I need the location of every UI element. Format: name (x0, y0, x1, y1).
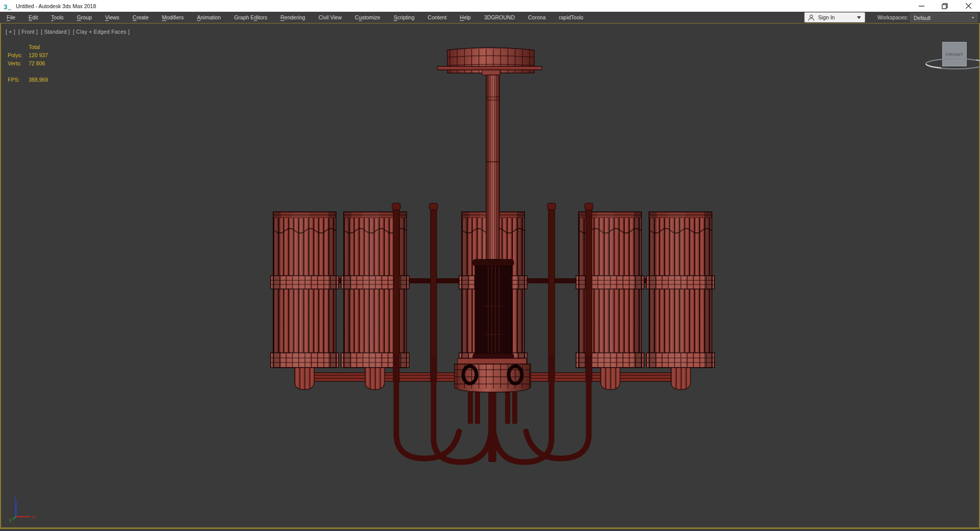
stats-polys-value: 120 937 (29, 52, 48, 58)
menu-content[interactable]: Content (421, 14, 453, 20)
axis-y-label: y (9, 517, 12, 522)
viewcube-front-face[interactable]: FRONT (945, 52, 963, 57)
axis-x-label: x (32, 514, 35, 520)
menu-scripting[interactable]: Scripting (387, 14, 421, 20)
stats-fps-value: 388,969 (29, 77, 48, 83)
viewcube[interactable]: FRONT (942, 42, 967, 66)
chevron-down-icon (857, 16, 861, 19)
viewport-menu-pov[interactable]: [ Front ] (18, 29, 38, 35)
menu-customize[interactable]: Customize (348, 14, 387, 20)
stats-fps-label: FPS: (8, 77, 29, 83)
minimize-button[interactable] (910, 0, 933, 12)
chandelier-model[interactable] (0, 23, 980, 529)
viewport-statistics: Total Polys:120 937 Verts:72 806 FPS:388… (8, 43, 48, 84)
chevron-down-icon (971, 17, 974, 19)
menu-modifiers[interactable]: Modifiers (155, 14, 190, 20)
menu-file[interactable]: File (0, 14, 22, 20)
menu-civil-view[interactable]: Civil View (312, 14, 348, 20)
workspaces-value: Default (914, 15, 971, 21)
menu-create[interactable]: Create (126, 14, 156, 20)
viewport-menu-shading[interactable]: [ Clay + Edged Faces ] (73, 29, 130, 35)
menu-edit[interactable]: Edit (22, 14, 44, 20)
close-icon (966, 3, 971, 9)
sign-in-button[interactable]: Sign In (804, 12, 865, 22)
menu-3dground[interactable]: 3DGROUND (477, 14, 521, 20)
app-icon: 3 (4, 2, 11, 10)
viewport-menu-renderer[interactable]: [ Standard ] (41, 29, 70, 35)
title-bar: 3 Untitled - Autodesk 3ds Max 2018 (0, 0, 980, 12)
stats-verts-value: 72 806 (29, 60, 45, 66)
restore-icon (942, 3, 948, 9)
menu-corona[interactable]: Corona (521, 14, 552, 20)
stats-verts-label: Verts: (8, 60, 29, 66)
menu-graph-editors[interactable]: Graph Editors (227, 14, 274, 20)
sign-in-label: Sign In (818, 14, 857, 20)
menu-views[interactable]: Views (99, 14, 126, 20)
menu-rendering[interactable]: Rendering (274, 14, 312, 20)
menu-animation[interactable]: Animation (190, 14, 228, 20)
menu-group[interactable]: Group (70, 14, 99, 20)
close-button[interactable] (957, 0, 980, 12)
restore-button[interactable] (933, 0, 957, 12)
minimize-icon (919, 3, 924, 9)
axis-z-label: z (14, 495, 16, 501)
viewport-front[interactable]: [ + ] [ Front ] [ Standard ] [ Clay + Ed… (0, 23, 980, 529)
menu-help[interactable]: Help (453, 14, 477, 20)
user-icon (808, 14, 815, 21)
menu-bar: FileEditToolsGroupViewsCreateModifiersAn… (0, 12, 980, 23)
workspaces-label: Workspaces: (877, 14, 909, 20)
viewport-menu-general[interactable]: [ + ] (6, 29, 15, 35)
viewport-label: [ + ] [ Front ] [ Standard ] [ Clay + Ed… (6, 29, 131, 35)
workspaces-dropdown[interactable]: Default (910, 13, 977, 22)
menu-tools[interactable]: Tools (44, 14, 70, 20)
window-title: Untitled - Autodesk 3ds Max 2018 (16, 3, 96, 9)
axis-gizmo: z x y (4, 494, 40, 522)
stats-header: Total (29, 44, 40, 50)
menu-rapidtools[interactable]: rapidTools (552, 14, 590, 20)
stats-polys-label: Polys: (8, 52, 29, 58)
